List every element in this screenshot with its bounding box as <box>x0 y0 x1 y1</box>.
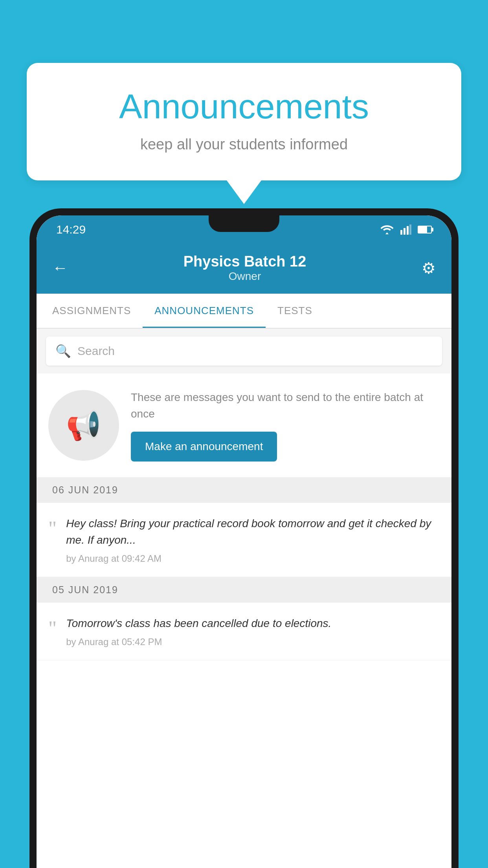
svg-rect-1 <box>404 228 405 235</box>
date-divider-1: 06 JUN 2019 <box>37 477 451 503</box>
svg-rect-0 <box>400 230 402 235</box>
speech-bubble-arrow <box>227 180 261 204</box>
speech-bubble-subtitle: keep all your students informed <box>58 136 430 153</box>
megaphone-icon: 📢 <box>66 409 101 442</box>
search-container: 🔍 Search <box>37 329 451 373</box>
phone-screen: 14:29 ← <box>37 215 451 868</box>
gear-icon[interactable]: ⚙ <box>422 259 436 277</box>
header-title: Physics Batch 12 <box>183 253 306 270</box>
phone-frame: 14:29 ← <box>29 208 459 868</box>
tab-assignments[interactable]: ASSIGNMENTS <box>40 294 143 328</box>
phone-notch <box>209 215 279 232</box>
promo-content: These are messages you want to send to t… <box>131 389 440 462</box>
announcement-content-2: Tomorrow's class has been cancelled due … <box>66 615 440 647</box>
signal-icon <box>400 224 411 235</box>
announcement-item-1: " Hey class! Bring your practical record… <box>37 503 451 577</box>
quote-icon-2: " <box>48 618 57 647</box>
promo-description: These are messages you want to send to t… <box>131 389 440 422</box>
tab-announcements[interactable]: ANNOUNCEMENTS <box>143 294 266 328</box>
battery-icon <box>418 226 432 234</box>
promo-section: 📢 These are messages you want to send to… <box>37 373 451 477</box>
back-button[interactable]: ← <box>52 259 68 277</box>
speech-bubble-title: Announcements <box>58 86 430 127</box>
search-input-wrapper[interactable]: 🔍 Search <box>46 337 442 366</box>
speech-bubble-card: Announcements keep all your students inf… <box>27 63 461 180</box>
promo-icon-circle: 📢 <box>48 390 119 461</box>
announcement-text-2: Tomorrow's class has been cancelled due … <box>66 615 440 632</box>
header-title-section: Physics Batch 12 Owner <box>183 253 306 283</box>
status-icons <box>380 224 432 235</box>
date-divider-2: 05 JUN 2019 <box>37 577 451 603</box>
header-subtitle: Owner <box>183 270 306 283</box>
tabs-bar: ASSIGNMENTS ANNOUNCEMENTS TESTS <box>37 294 451 329</box>
svg-rect-2 <box>407 226 409 235</box>
quote-icon-1: " <box>48 519 57 564</box>
announcement-text-1: Hey class! Bring your practical record b… <box>66 515 440 548</box>
status-time: 14:29 <box>56 223 86 236</box>
search-input[interactable]: Search <box>77 344 115 358</box>
announcement-meta-1: by Anurag at 09:42 AM <box>66 553 440 564</box>
announcement-content-1: Hey class! Bring your practical record b… <box>66 515 440 564</box>
search-icon: 🔍 <box>55 344 71 359</box>
make-announcement-button[interactable]: Make an announcement <box>131 432 277 462</box>
svg-rect-3 <box>409 224 411 235</box>
tab-tests[interactable]: TESTS <box>266 294 324 328</box>
speech-bubble-container: Announcements keep all your students inf… <box>27 63 461 204</box>
app-header: ← Physics Batch 12 Owner ⚙ <box>37 244 451 294</box>
wifi-icon <box>380 224 394 235</box>
announcement-item-2: " Tomorrow's class has been cancelled du… <box>37 603 451 660</box>
announcement-meta-2: by Anurag at 05:42 PM <box>66 636 440 647</box>
